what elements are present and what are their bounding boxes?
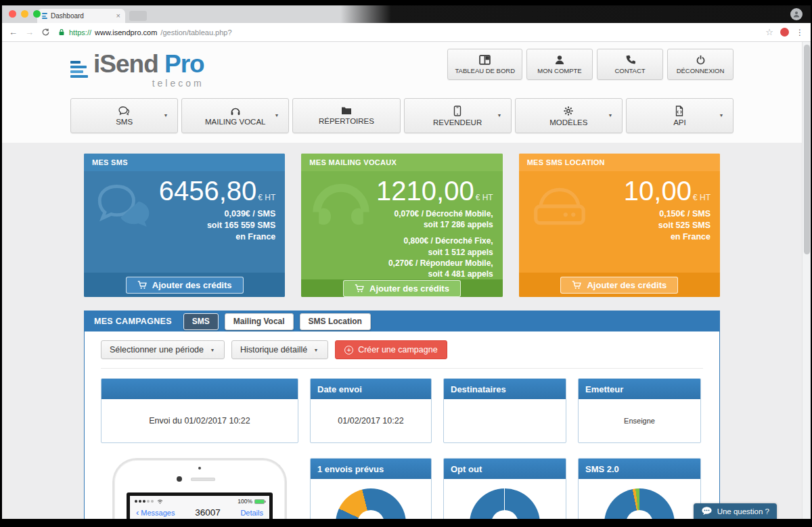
close-window-button[interactable] bbox=[9, 10, 16, 18]
browser-tab-strip: Dashboard × bbox=[2, 5, 811, 23]
stat-card-opt-out[interactable]: Opt out bbox=[443, 458, 566, 519]
menu-repertoires[interactable]: RÉPERTOIRES bbox=[292, 98, 400, 133]
add-credits-button[interactable]: Ajouter des crédits bbox=[126, 277, 244, 294]
minimize-window-button[interactable] bbox=[21, 10, 28, 18]
nav-deconnexion-button[interactable]: DÉCONNEXION bbox=[667, 49, 734, 80]
create-campaign-button[interactable]: + Créer une campagne bbox=[335, 340, 447, 359]
account-nav: TABLEAU DE BORD MON COMPTE CONTACT bbox=[447, 49, 734, 80]
user-icon bbox=[792, 10, 800, 18]
donut-chart-sms20 bbox=[604, 488, 675, 519]
nav-button-label: MON COMPTE bbox=[537, 67, 581, 74]
logo-bars-icon bbox=[70, 61, 88, 89]
credit-line: en France bbox=[93, 231, 275, 243]
cell-header: 1 envois prévus bbox=[311, 459, 431, 479]
menu-mailing-vocal[interactable]: MAILING VOCAL ▼ bbox=[181, 98, 289, 133]
add-credits-button[interactable]: Ajouter des crédits bbox=[560, 277, 678, 294]
window-controls[interactable] bbox=[9, 10, 41, 18]
messages-back-link[interactable]: ‹Messages bbox=[136, 507, 175, 518]
chevron-down-icon: ▼ bbox=[164, 113, 168, 118]
tab-title: Dashboard bbox=[51, 12, 84, 20]
lock-icon bbox=[58, 28, 66, 37]
detailed-history-dropdown[interactable]: Historique détaillé ▼ bbox=[231, 340, 328, 359]
table-cell-envoi[interactable]: Envoi du 01/02/2017 10:22 bbox=[101, 378, 298, 443]
credit-line: soit 17 286 appels bbox=[311, 219, 493, 230]
tab-sms-location[interactable]: SMS Location bbox=[300, 313, 371, 330]
folder-icon bbox=[341, 106, 352, 115]
nav-button-label: DÉCONNEXION bbox=[677, 67, 725, 74]
menu-label: REVENDEUR bbox=[433, 118, 482, 127]
url-host: www.isendpro.com bbox=[95, 28, 157, 37]
isendpro-logo[interactable]: iSend Pro telecom bbox=[70, 49, 204, 89]
tab-sms[interactable]: SMS bbox=[183, 313, 219, 330]
cell-header: Emetteur bbox=[579, 379, 700, 399]
logo-telecom: telecom bbox=[152, 78, 204, 89]
address-field[interactable]: https://www.isendpro.com/gestion/tableau… bbox=[58, 28, 232, 37]
browser-menu-icon[interactable]: ⋮ bbox=[796, 28, 804, 37]
table-cell-emetteur[interactable]: Emetteur Enseigne bbox=[578, 378, 701, 443]
create-campaign-label: Créer une campagne bbox=[358, 345, 437, 354]
details-link[interactable]: Details bbox=[240, 509, 263, 517]
browser-tab-dashboard[interactable]: Dashboard × bbox=[37, 9, 125, 23]
chat-widget-button[interactable]: Une question ? bbox=[694, 503, 777, 519]
credit-amount: 10,00€ HT bbox=[528, 177, 710, 205]
menu-label: API bbox=[673, 118, 686, 127]
phone-screen: 100% ‹Messages 36007 Details bbox=[127, 492, 273, 519]
page-scrollbar[interactable] bbox=[802, 42, 811, 519]
tab-mailing-vocal[interactable]: Mailing Vocal bbox=[225, 313, 294, 330]
browser-window: Dashboard × ← → https://www.isendpro.com… bbox=[2, 5, 811, 519]
stat-card-envois-prevus[interactable]: 1 envois prévus bbox=[310, 458, 432, 519]
cart-icon bbox=[137, 281, 147, 290]
dashboard-icon bbox=[479, 55, 491, 65]
plus-icon: + bbox=[344, 346, 353, 354]
credit-card-sms: MES SMS 6456,80€ HT 0,039€ / SMS soit 16… bbox=[84, 154, 285, 297]
menu-label: RÉPERTOIRES bbox=[319, 117, 374, 125]
credit-line: 0,270€ / Répondeur Mobile, bbox=[311, 258, 493, 269]
add-credits-label: Ajouter des crédits bbox=[152, 280, 232, 290]
forward-icon[interactable]: → bbox=[25, 27, 34, 37]
credit-amount: 6456,80€ HT bbox=[93, 177, 275, 205]
cell-header: Destinataires bbox=[444, 379, 566, 399]
chevron-down-icon: ▼ bbox=[719, 113, 724, 118]
scrollbar-thumb[interactable] bbox=[804, 45, 810, 254]
bookmark-star-icon[interactable]: ☆ bbox=[765, 27, 773, 37]
menu-api[interactable]: API ▼ bbox=[626, 98, 734, 133]
menu-modeles[interactable]: MODÈLES ▼ bbox=[515, 98, 623, 133]
table-cell-destinataires[interactable]: Destinataires bbox=[443, 378, 566, 443]
tab-close-icon[interactable]: × bbox=[116, 12, 120, 20]
browser-profile-avatar[interactable] bbox=[790, 8, 803, 20]
nav-contact-button[interactable]: CONTACT bbox=[597, 49, 663, 80]
user-icon bbox=[554, 55, 565, 65]
cell-header: Opt out bbox=[444, 459, 566, 479]
new-tab-button[interactable] bbox=[129, 11, 147, 21]
chevron-down-icon: ▼ bbox=[210, 347, 215, 352]
site-header: iSend Pro telecom TABLEAU DE BORD bbox=[2, 42, 802, 143]
zoom-window-button[interactable] bbox=[33, 10, 41, 18]
phone-speaker bbox=[191, 478, 215, 481]
back-icon[interactable]: ← bbox=[9, 27, 18, 37]
battery-percent: 100% bbox=[238, 498, 252, 505]
credit-line: soit 1 512 appels bbox=[311, 247, 493, 258]
battery-icon bbox=[254, 499, 265, 504]
nav-mon-compte-button[interactable]: MON COMPTE bbox=[526, 49, 593, 80]
menu-label: MODÈLES bbox=[549, 118, 587, 127]
reload-icon[interactable] bbox=[41, 28, 50, 37]
menu-sms[interactable]: SMS ▼ bbox=[70, 98, 178, 133]
phone-icon bbox=[625, 55, 635, 65]
cell-value bbox=[444, 399, 566, 442]
menu-revendeur[interactable]: REVENDEUR ▼ bbox=[404, 98, 512, 133]
add-credits-button[interactable]: Ajouter des crédits bbox=[343, 280, 461, 297]
extension-icon[interactable] bbox=[780, 28, 789, 37]
gear-icon bbox=[563, 106, 574, 116]
sender-number: 36007 bbox=[195, 507, 221, 518]
cell-value: Envoi du 01/02/2017 10:22 bbox=[102, 399, 298, 442]
cell-header: SMS 2.0 bbox=[579, 459, 700, 479]
dropdown-label: Sélectionner une période bbox=[110, 345, 204, 354]
phone-camera bbox=[177, 476, 182, 482]
add-credits-label: Ajouter des crédits bbox=[369, 283, 449, 294]
table-cell-date-envoi[interactable]: Date envoi 01/02/2017 10:22 bbox=[310, 378, 432, 443]
donut-chart-envois bbox=[336, 488, 406, 519]
nav-tableau-de-bord-button[interactable]: TABLEAU DE BORD bbox=[447, 49, 522, 80]
phone-status-bar: 100% bbox=[130, 496, 269, 505]
stat-card-sms-20[interactable]: SMS 2.0 bbox=[578, 458, 701, 519]
select-period-dropdown[interactable]: Sélectionner une période ▼ bbox=[101, 340, 225, 359]
